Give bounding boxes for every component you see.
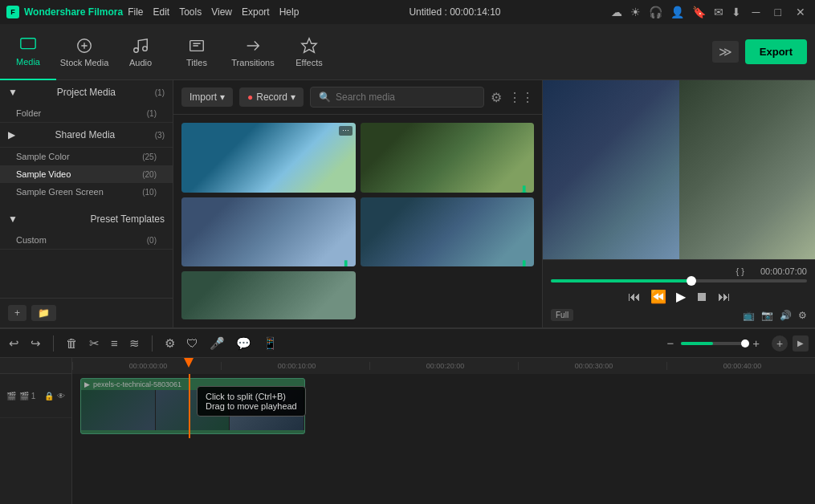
section-shared-media: ▶ Shared Media (3) [0, 123, 173, 148]
sun-icon[interactable]: ☀ [630, 6, 641, 18]
volume-button[interactable]: 🔊 [780, 310, 792, 321]
menu-view[interactable]: View [211, 6, 232, 18]
timestamp-label: { } [736, 266, 744, 276]
mark-10: 00:00:10:00 [221, 362, 369, 370]
beach-thumbnail: ⋯ [181, 123, 356, 193]
folder-button[interactable]: 📁 [31, 305, 56, 321]
settings-gear-button[interactable]: ⚙ [162, 334, 177, 353]
search-box: 🔍 [310, 87, 484, 108]
screen-button[interactable]: 📱 [260, 334, 280, 353]
undo-button[interactable]: ↩ [6, 334, 22, 353]
progress-fill [551, 279, 691, 282]
zoom-slider[interactable] [681, 342, 745, 345]
audio-button[interactable]: ≋ [127, 334, 142, 353]
tab-audio[interactable]: Audio [112, 24, 169, 80]
delete-button[interactable]: 🗑 [63, 334, 80, 352]
minimize-button[interactable]: ─ [749, 6, 764, 18]
close-button[interactable]: ✕ [793, 6, 809, 18]
add-track-button[interactable]: + [772, 335, 788, 352]
playhead-arrow [184, 358, 194, 368]
cut-button[interactable]: ✂ [87, 334, 102, 353]
import-label: Import [189, 91, 217, 103]
shield-button[interactable]: 🛡 [184, 334, 201, 352]
download-icon-travel05: ⬇ [340, 258, 351, 267]
folder-item[interactable]: Folder (1) [0, 104, 173, 122]
tab-effects[interactable]: Effects [281, 24, 337, 80]
play-button[interactable]: ▶ [676, 289, 686, 304]
skip-forward-button[interactable]: ⏭ [718, 290, 731, 304]
grid-view-button[interactable]: ⋮⋮ [508, 90, 534, 105]
import-button[interactable]: Import ▾ [181, 87, 233, 107]
user-icon[interactable]: 👤 [670, 6, 684, 18]
filter-button[interactable]: ⚙ [491, 90, 502, 105]
download-icon-travel06: ⬇ [519, 183, 529, 193]
title-bar-right: ☁ ☀ 🎧 👤 🔖 ✉ ⬇ ─ □ ✕ [611, 6, 809, 18]
search-input[interactable] [336, 91, 475, 103]
menu-export[interactable]: Export [242, 6, 270, 18]
screenshot-button[interactable]: 📷 [761, 310, 773, 321]
progress-bar[interactable] [551, 279, 807, 282]
sample-video-label: Sample Video [16, 169, 71, 179]
mic-button[interactable]: 🎤 [207, 334, 227, 353]
tab-stock-media[interactable]: Stock Media [56, 24, 112, 80]
timeline: ↩ ↪ 🗑 ✂ ≡ ≋ ⚙ 🛡 🎤 💬 📱 − + + ▶ [0, 327, 815, 504]
tab-transitions[interactable]: Transitions [225, 24, 281, 80]
menu-edit[interactable]: Edit [153, 6, 169, 18]
tooltip-line2: Drag to move playhead [206, 401, 297, 411]
zoom-in-button[interactable]: + [750, 334, 762, 352]
maximize-button[interactable]: □ [772, 6, 784, 18]
mark-20: 00:00:20:00 [369, 362, 518, 370]
media-card-travel06[interactable]: ⬇ Travel 06 [361, 123, 535, 193]
menu-tools[interactable]: Tools [179, 6, 202, 18]
sample-video-count: (20) [142, 170, 157, 179]
expand-button[interactable]: ≫ [712, 41, 739, 63]
track-toggle[interactable]: ▶ [793, 335, 809, 352]
mail-icon[interactable]: ✉ [714, 6, 723, 18]
tab-transitions-label: Transitions [231, 58, 274, 67]
sample-color-item[interactable]: Sample Color (25) [0, 148, 173, 165]
stop-button[interactable]: ⏹ [695, 290, 708, 304]
menu-file[interactable]: File [128, 6, 143, 18]
add-item-button[interactable]: + [8, 305, 26, 321]
tab-titles[interactable]: Titles [169, 24, 225, 80]
properties-button[interactable]: ≡ [108, 334, 120, 352]
bookmark-icon[interactable]: 🔖 [692, 6, 706, 18]
record-button[interactable]: ● Record ▾ [239, 87, 304, 107]
toolbar-sep-1 [53, 335, 54, 352]
section-project-media: ▼ Project Media (1) Folder (1) [0, 80, 173, 123]
skip-back-button[interactable]: ⏮ [628, 290, 641, 304]
travel05-thumbnail: ⬇ [181, 197, 356, 267]
tab-media[interactable]: Media [0, 24, 56, 80]
svg-marker-5 [302, 38, 316, 51]
timestamp-value: 00:00:07:00 [760, 266, 807, 276]
sample-video-item[interactable]: Sample Video (20) [0, 165, 173, 183]
cloud-icon[interactable]: ☁ [611, 6, 622, 18]
full-screen-button[interactable]: Full [551, 309, 573, 321]
preset-templates-header[interactable]: ▼ Preset Templates [0, 207, 173, 231]
shared-media-count: (3) [155, 131, 165, 140]
headphone-icon[interactable]: 🎧 [649, 6, 662, 18]
settings-button[interactable]: ⚙ [798, 310, 807, 321]
custom-item[interactable]: Custom (0) [0, 231, 173, 249]
caption-button[interactable]: 💬 [234, 334, 254, 353]
track-lock-icon: 🔒 [44, 392, 54, 400]
prev-frame-button[interactable]: ⏪ [650, 289, 666, 304]
project-media-header[interactable]: ▼ Project Media (1) [0, 80, 173, 104]
download-icon-travel04: ⬇ [519, 258, 529, 267]
media-card-travel05[interactable]: ⬇ Travel 05 [181, 197, 356, 267]
menu-help[interactable]: Help [279, 6, 300, 18]
export-button[interactable]: Export [745, 39, 807, 64]
svg-rect-0 [21, 38, 35, 48]
media-card-partial[interactable] [181, 271, 356, 319]
download-icon[interactable]: ⬇ [731, 6, 741, 18]
media-area: Import ▾ ● Record ▾ 🔍 ⚙ ⋮⋮ ⋯ Beach [173, 80, 542, 327]
shared-media-header[interactable]: ▶ Shared Media (3) [0, 123, 173, 147]
mark-0: 00:00:00:00 [72, 362, 221, 370]
screen-cast-button[interactable]: 📺 [743, 310, 755, 321]
redo-button[interactable]: ↪ [28, 334, 43, 353]
sample-green-screen-item[interactable]: Sample Green Screen (10) [0, 183, 173, 201]
zoom-out-button[interactable]: − [664, 334, 676, 352]
media-card-travel04[interactable]: ⬇ Travel 04 [361, 197, 535, 267]
track-eye-icon[interactable]: 👁 [57, 392, 65, 400]
media-card-beach[interactable]: ⋯ Beach [181, 123, 356, 193]
